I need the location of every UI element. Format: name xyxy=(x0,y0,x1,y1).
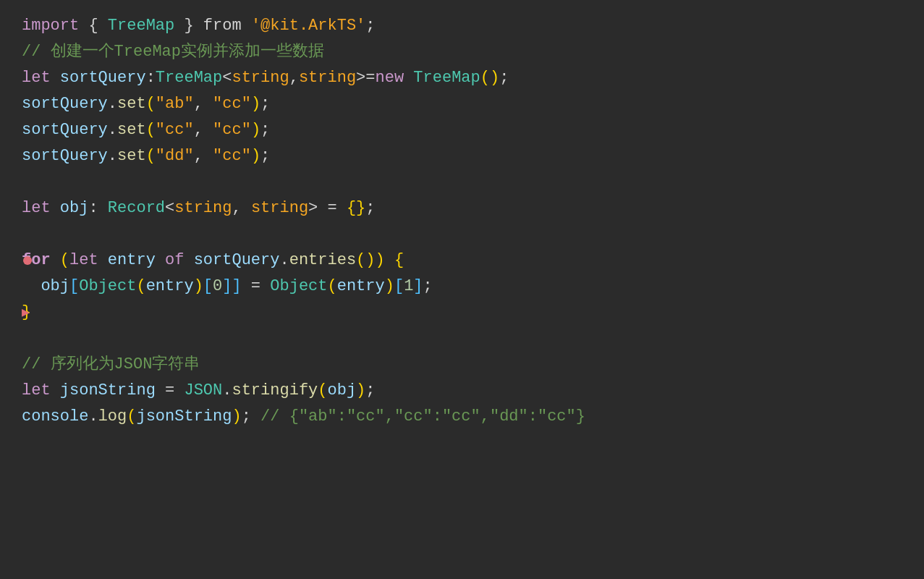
code-line: let jsonString = JSON.stringify(obj); xyxy=(22,378,910,404)
kw-import-token: import xyxy=(22,17,79,35)
code-line: let obj: Record<string, string> = {}; xyxy=(22,195,910,221)
plain-token: , xyxy=(232,199,250,217)
dot-token: . xyxy=(108,95,117,113)
code-line: sortQuery.set("ab", "cc"); xyxy=(22,91,910,117)
line-content: import { TreeMap } from '@kit.ArkTS'; xyxy=(22,13,376,38)
plain-token xyxy=(156,251,165,269)
plain-token: , xyxy=(194,147,213,165)
line-content: console.log(jsonString); // {"ab":"cc","… xyxy=(22,404,585,429)
class-name-token: Object xyxy=(79,277,136,295)
fn-name-token: entries xyxy=(289,251,356,269)
plain-token xyxy=(251,407,260,426)
code-line: // 序列化为JSON字符串 xyxy=(22,352,910,378)
bracket-token: ]] xyxy=(222,277,241,295)
operator-token: = xyxy=(365,69,375,87)
fn-name-token: set xyxy=(117,147,146,165)
string-lit-token: "ab" xyxy=(156,95,194,113)
obj-name-token: sortQuery xyxy=(60,69,146,87)
plain-token: > xyxy=(356,69,365,87)
brace-orange-token: { xyxy=(394,251,404,269)
dot-token: . xyxy=(222,381,232,400)
obj-name-token: sortQuery xyxy=(194,251,280,269)
punctuation-token: ; xyxy=(242,407,251,426)
fn-name-token: set xyxy=(117,95,146,113)
obj-name-token: sortQuery xyxy=(22,121,108,139)
code-line: sortQuery.set("cc", "cc"); xyxy=(22,117,910,143)
type-param-token: string xyxy=(251,199,308,217)
plain-token: < xyxy=(222,69,232,87)
kw-let-token: let xyxy=(22,69,51,87)
paren-token: ( xyxy=(146,121,156,139)
plain-token: = xyxy=(156,381,185,400)
code-line xyxy=(22,326,910,352)
paren-token: ( xyxy=(60,251,69,269)
plain-token: , xyxy=(194,121,213,139)
punctuation-token: ; xyxy=(365,381,375,400)
line-content: let obj: Record<string, string> = {}; xyxy=(22,195,376,221)
comment-token: // {"ab":"cc","cc":"cc","dd":"cc"} xyxy=(260,407,585,426)
num-lit-token: 1 xyxy=(404,277,413,295)
type-param-token: string xyxy=(232,69,289,87)
line-content: // 序列化为JSON字符串 xyxy=(22,352,200,377)
plain-token xyxy=(51,199,60,217)
obj-name-token: sortQuery xyxy=(22,147,108,165)
punctuation-token: ; xyxy=(260,95,270,113)
punctuation-token: ; xyxy=(423,277,433,295)
type-param-token: string xyxy=(174,199,232,217)
type-param-token: string xyxy=(299,69,356,87)
paren-token: ) xyxy=(251,147,260,165)
obj-name-token: sortQuery xyxy=(22,95,108,113)
punctuation-token: ; xyxy=(365,17,375,35)
code-line xyxy=(22,169,910,195)
indent xyxy=(22,277,41,295)
kw-new-token: new xyxy=(376,69,404,87)
paren-token: ) xyxy=(385,277,394,295)
plain-token: { xyxy=(79,17,108,35)
dot-token: . xyxy=(88,407,98,426)
plain-token: , xyxy=(194,95,213,113)
line-content: obj[Object(entry)[0]] = Object(entry)[1]… xyxy=(22,274,433,299)
plain-token xyxy=(404,69,413,87)
code-line: import { TreeMap } from '@kit.ArkTS'; xyxy=(22,13,910,39)
code-line: ▶} xyxy=(22,300,910,326)
code-line: let sortQuery:TreeMap<string,string>=new… xyxy=(22,65,910,91)
kw-let-token: let xyxy=(22,199,51,217)
kw-of-token: of xyxy=(165,251,184,269)
comment-token: // 序列化为JSON字符串 xyxy=(22,355,200,373)
paren-token: () xyxy=(480,69,499,87)
line-content: sortQuery.set("cc", "cc"); xyxy=(22,117,270,143)
obj-name-token: entry xyxy=(108,251,156,269)
plain-token: : xyxy=(88,199,107,217)
fn-name-token: set xyxy=(117,121,146,139)
code-line: console.log(jsonString); // {"ab":"cc","… xyxy=(22,404,910,430)
brace-orange-token: {} xyxy=(347,199,365,217)
plain-token: = xyxy=(242,277,271,295)
paren-token: ( xyxy=(136,277,145,295)
plain-token: : xyxy=(146,69,156,87)
code-line xyxy=(22,221,910,248)
plain-token: } from xyxy=(174,17,251,35)
string-lit-token: "dd" xyxy=(156,147,194,165)
string-lit-token: "cc" xyxy=(213,95,251,113)
line-content: // 创建一个TreeMap实例并添加一些数据 xyxy=(22,39,324,64)
code-editor: import { TreeMap } from '@kit.ArkTS';// … xyxy=(0,0,924,443)
comment-token: // 创建一个TreeMap实例并添加一些数据 xyxy=(22,43,324,61)
paren-token: ( xyxy=(328,277,337,295)
paren-token: ( xyxy=(146,147,156,165)
paren-token: ) xyxy=(232,407,241,426)
obj-name-token: obj xyxy=(328,381,357,400)
plain-token xyxy=(98,251,108,269)
fn-name-token: stringify xyxy=(232,381,318,400)
plain-token xyxy=(184,251,193,269)
punctuation-token: ; xyxy=(260,121,270,139)
class-name-token: TreeMap xyxy=(108,17,174,35)
obj-name-token: obj xyxy=(41,277,69,295)
plain-token xyxy=(51,251,60,269)
paren-token: ) xyxy=(376,251,385,269)
num-lit-token: 0 xyxy=(213,277,222,295)
obj-name-token: jsonString xyxy=(60,381,156,400)
bracket-token: [ xyxy=(69,277,79,295)
obj-name-token: entry xyxy=(146,277,194,295)
fn-name-token: log xyxy=(98,407,127,426)
paren-token: () xyxy=(356,251,375,269)
